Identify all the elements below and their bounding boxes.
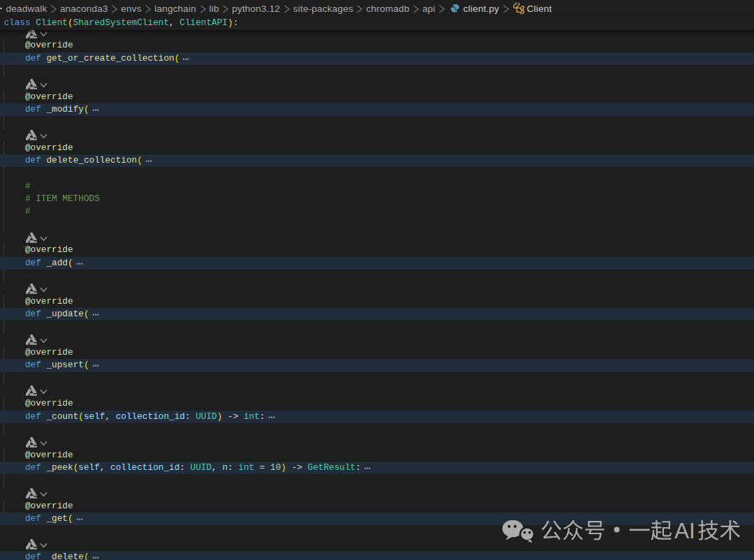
svg-text:AI: AI xyxy=(674,520,695,543)
